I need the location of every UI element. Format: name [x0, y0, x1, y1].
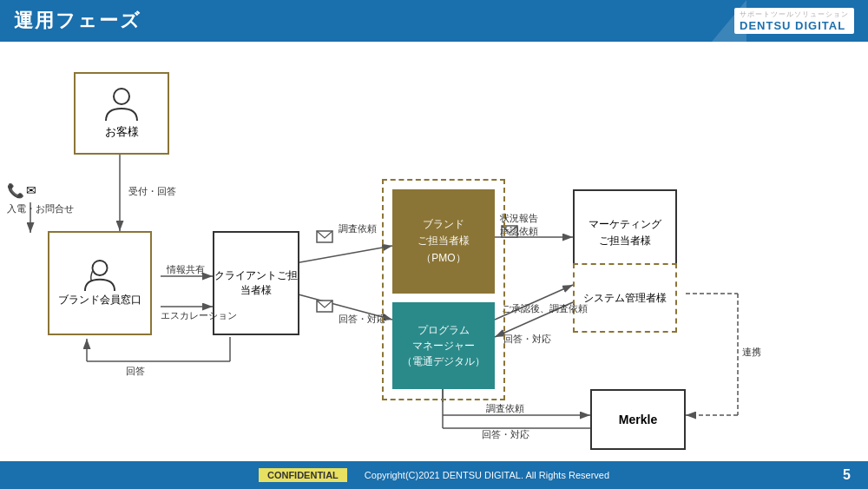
brand-window-box: ブランド会員窓口 [48, 231, 152, 335]
confidential-badge: CONFIDENTIAL [259, 468, 347, 482]
label-inquiry: 入電・お問合せ [7, 202, 74, 215]
logo-main: DENTSU DIGITAL [740, 19, 849, 32]
system-admin-box: システム管理者様 [573, 263, 677, 333]
merkle-label: Merkle [619, 413, 657, 426]
label-answer: 回答 [126, 365, 145, 378]
customer-label: お客様 [105, 124, 139, 140]
label-survey-request2: 調査依頼 [486, 402, 524, 415]
svg-rect-19 [317, 231, 332, 242]
main-content: お客様 ブランド会員窓口 クライアントご担当者様 ブランドご担当者様（PMO） … [0, 42, 868, 469]
footer: CONFIDENTIAL Copyright(C)2021 DENTSU DIG… [0, 461, 868, 489]
label-survey-request: 調査依頼 [339, 222, 377, 235]
copyright-text: Copyright(C)2021 DENTSU DIGITAL. All Rig… [365, 470, 609, 480]
label-response3: 回答・対応 [482, 428, 529, 441]
label-response: 回答・対応 [339, 313, 386, 326]
brand-window-label: ブランド会員窓口 [58, 293, 141, 307]
brand-window-person-icon [83, 260, 116, 291]
label-response2: 回答・対応 [503, 333, 551, 346]
program-manager-label: プログラムマネージャー（電通デジタル） [402, 322, 485, 369]
label-info-share: 情報共有 [167, 263, 205, 276]
page-title: 運用フェーズ [14, 8, 141, 34]
system-admin-label: システム管理者様 [583, 291, 667, 306]
customer-person-icon [104, 88, 139, 121]
mail-icon-inquiry: ✉ [26, 183, 36, 197]
label-post-approval: ご承認後、調査依頼 [502, 302, 588, 315]
svg-point-23 [114, 89, 129, 104]
logo-subtitle: サポートツールソリューション [740, 10, 849, 19]
merkle-box: Merkle [590, 389, 686, 450]
label-escalation: エスカレーション [161, 309, 237, 322]
program-manager-box: プログラムマネージャー（電通デジタル） [392, 302, 495, 389]
logo: サポートツールソリューション DENTSU DIGITAL [734, 8, 854, 34]
label-cooperation: 連携 [742, 346, 761, 359]
phone-icon: 📞 [7, 182, 24, 199]
svg-rect-20 [317, 301, 332, 312]
svg-point-24 [92, 260, 107, 274]
label-reception: 受付・回答 [128, 185, 176, 198]
svg-line-7 [295, 246, 392, 263]
page-number: 5 [843, 467, 851, 483]
customer-box: お客様 [74, 72, 169, 155]
label-status-report: 状況報告承認依頼 [500, 212, 538, 238]
brand-pmo-label: ブランドご担当者様（PMO） [418, 216, 470, 267]
client-person-label: クライアントご担当者様 [214, 268, 298, 298]
marketing-label: マーケティングご担当者様 [589, 216, 661, 249]
header: 運用フェーズ サポートツールソリューション DENTSU DIGITAL [0, 0, 868, 42]
brand-pmo-box: ブランドご担当者様（PMO） [392, 189, 495, 294]
